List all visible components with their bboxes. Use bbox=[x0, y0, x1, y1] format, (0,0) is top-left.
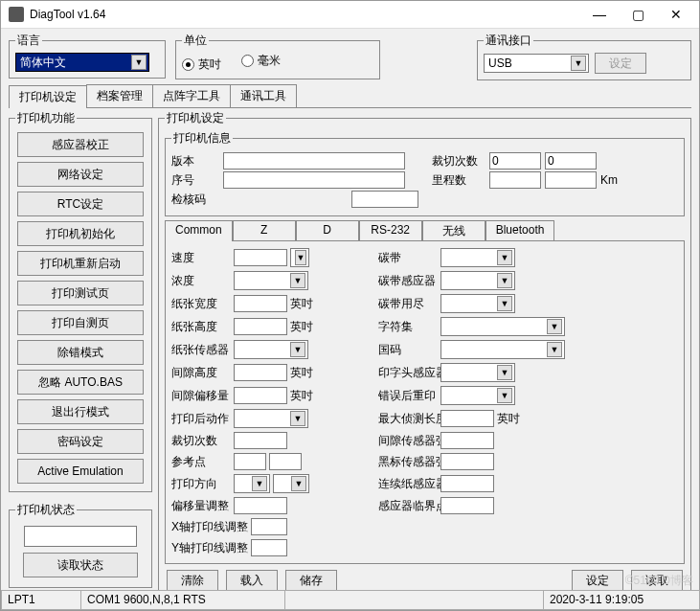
unit-inch-radio[interactable]: 英吋 bbox=[182, 57, 221, 73]
inp-speed[interactable] bbox=[234, 249, 287, 266]
inp-thresh[interactable] bbox=[440, 497, 494, 514]
printer-info-group: 打印机信息 版本 裁切次数 序号 里程数 Km 检核码 bbox=[165, 130, 685, 216]
inp-gapint[interactable] bbox=[440, 432, 494, 449]
lbl-gapint: 间隙传感器强度 bbox=[378, 433, 438, 449]
inp-mile1 bbox=[489, 171, 541, 189]
inp-gapoff[interactable] bbox=[234, 387, 287, 404]
btn-debug[interactable]: 除错模式 bbox=[17, 340, 144, 365]
spin-speed[interactable]: ▼ bbox=[290, 248, 309, 267]
inp-blackint[interactable] bbox=[440, 453, 494, 470]
combo-dir1[interactable]: ▼ bbox=[234, 474, 270, 493]
inp-maxlen[interactable] bbox=[440, 410, 494, 427]
inp-refx[interactable] bbox=[234, 453, 266, 470]
lbl-blackint: 黑标传感器强度 bbox=[378, 454, 438, 470]
btn-ignore-autobas[interactable]: 忽略 AUTO.BAS bbox=[17, 370, 144, 395]
tab-comm-tool[interactable]: 通讯工具 bbox=[230, 84, 297, 107]
combo-headsen[interactable]: ▼ bbox=[440, 363, 515, 382]
comm-legend: 通讯接口 bbox=[484, 33, 533, 49]
inp-offadj[interactable] bbox=[234, 497, 287, 514]
close-button[interactable]: ✕ bbox=[657, 3, 695, 26]
language-combo[interactable]: 简体中文 ▼ bbox=[15, 53, 149, 72]
chevron-down-icon: ▼ bbox=[290, 411, 305, 426]
chevron-down-icon: ▼ bbox=[547, 342, 562, 357]
chevron-down-icon: ▼ bbox=[290, 342, 305, 357]
lbl-density: 浓度 bbox=[171, 273, 231, 289]
lbl-postact: 打印后动作 bbox=[171, 411, 231, 427]
comm-combo[interactable]: USB ▼ bbox=[484, 54, 589, 73]
tab-file-mgmt[interactable]: 档案管理 bbox=[86, 84, 153, 107]
combo-codepage[interactable]: ▼ bbox=[440, 340, 565, 359]
lbl-maxlen: 最大侦测长度 bbox=[378, 411, 438, 427]
combo-postact[interactable]: ▼ bbox=[234, 409, 308, 428]
btn-save[interactable]: 储存 bbox=[285, 570, 337, 590]
combo-reprint[interactable]: ▼ bbox=[440, 386, 515, 405]
unit-group: 单位 英吋 毫米 bbox=[175, 33, 380, 79]
btn-active-emu[interactable]: Active Emulation bbox=[17, 459, 144, 484]
btn-init[interactable]: 打印机初始化 bbox=[17, 221, 144, 246]
inp-xadj[interactable] bbox=[251, 518, 287, 535]
subtab-z[interactable]: Z bbox=[233, 220, 296, 241]
inp-gap[interactable] bbox=[234, 364, 287, 381]
comm-set-button[interactable]: 设定 bbox=[595, 53, 646, 74]
language-legend: 语言 bbox=[15, 33, 42, 49]
inp-pwidth[interactable] bbox=[234, 295, 287, 312]
combo-ribbonsen[interactable]: ▼ bbox=[440, 271, 515, 290]
tab-bitmap-font[interactable]: 点阵字工具 bbox=[152, 84, 231, 107]
window-title: DiagTool v1.64 bbox=[30, 8, 580, 21]
subtab-d[interactable]: D bbox=[296, 220, 359, 241]
btn-exit-line[interactable]: 退出行模式 bbox=[17, 399, 144, 424]
status-port: LPT1 bbox=[1, 590, 81, 610]
subtab-rs232[interactable]: RS-232 bbox=[359, 220, 422, 241]
inp-contint[interactable] bbox=[440, 475, 494, 492]
unit-mm-radio[interactable]: 毫米 bbox=[241, 53, 281, 69]
combo-dir2[interactable]: ▼ bbox=[273, 474, 309, 493]
language-value: 简体中文 bbox=[20, 55, 66, 71]
printer-status-group: 打印机状态 读取状态 bbox=[9, 502, 152, 588]
btn-clear[interactable]: 清除 bbox=[167, 570, 218, 590]
chevron-down-icon: ▼ bbox=[252, 476, 267, 491]
printer-settings-group: 打印机设定 打印机信息 版本 裁切次数 序号 里程数 Km 检核码 bbox=[158, 110, 691, 590]
btn-network[interactable]: 网络设定 bbox=[17, 162, 144, 187]
minimize-button[interactable]: — bbox=[580, 3, 619, 26]
inp-refy[interactable] bbox=[269, 453, 302, 470]
inp-cutnum[interactable] bbox=[234, 432, 287, 449]
chevron-down-icon: ▼ bbox=[295, 250, 306, 265]
btn-selftest[interactable]: 打印自测页 bbox=[17, 310, 144, 335]
combo-charset[interactable]: ▼ bbox=[440, 317, 565, 336]
combo-ribbonout[interactable]: ▼ bbox=[440, 294, 515, 313]
printer-settings-legend: 打印机设定 bbox=[165, 110, 226, 126]
inp-checksum bbox=[351, 191, 418, 208]
btn-read-status[interactable]: 读取状态 bbox=[23, 553, 138, 577]
inp-pheight[interactable] bbox=[234, 318, 287, 335]
lbl-checksum: 检核码 bbox=[171, 192, 219, 208]
btn-rtc[interactable]: RTC设定 bbox=[17, 192, 144, 216]
lbl-version: 版本 bbox=[171, 153, 219, 170]
sub-tabs: Common Z D RS-232 无线 Bluetooth bbox=[165, 220, 685, 241]
maximize-button[interactable]: ▢ bbox=[619, 3, 657, 26]
btn-password[interactable]: 密码设定 bbox=[17, 429, 144, 454]
combo-density[interactable]: ▼ bbox=[234, 271, 308, 290]
tab-printer-setup[interactable]: 打印机设定 bbox=[9, 85, 87, 108]
btn-set[interactable]: 设定 bbox=[572, 570, 623, 590]
chevron-down-icon: ▼ bbox=[291, 476, 306, 491]
titlebar: DiagTool v1.64 — ▢ ✕ bbox=[1, 1, 699, 29]
lbl-contint: 连续纸感应器强度 bbox=[378, 476, 438, 492]
btn-restart[interactable]: 打印机重新启动 bbox=[17, 251, 144, 276]
subtab-bluetooth[interactable]: Bluetooth bbox=[485, 220, 555, 241]
inp-version bbox=[223, 152, 405, 170]
status-date: 2020-3-11 9:19:05 bbox=[543, 590, 700, 610]
combo-psensor[interactable]: ▼ bbox=[234, 340, 308, 359]
inp-cut1 bbox=[489, 152, 541, 170]
btn-sensor-cal[interactable]: 感应器校正 bbox=[17, 132, 144, 157]
subtab-common[interactable]: Common bbox=[165, 220, 233, 241]
chevron-down-icon: ▼ bbox=[497, 388, 512, 403]
combo-ribbon[interactable]: ▼ bbox=[440, 248, 515, 267]
chevron-down-icon: ▼ bbox=[571, 56, 586, 71]
subtab-wireless[interactable]: 无线 bbox=[422, 220, 485, 241]
lbl-reprint: 错误后重印 bbox=[378, 388, 438, 404]
inp-yadj[interactable] bbox=[251, 539, 287, 556]
btn-load[interactable]: 载入 bbox=[226, 570, 278, 590]
unit-legend: 单位 bbox=[182, 33, 209, 49]
lbl-offadj: 偏移量调整 bbox=[171, 498, 231, 514]
btn-testpage[interactable]: 打印测试页 bbox=[17, 281, 144, 306]
